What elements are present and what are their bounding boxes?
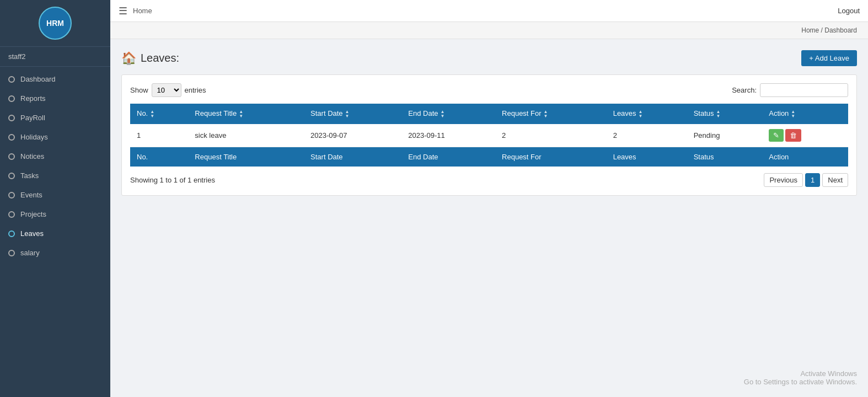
sort-icon-start-date: ▲▼ [345,110,350,119]
table-card: Show 102550100 entries Search: No.▲▼Requ… [121,74,857,196]
topbar: ☰ Home Logout [110,0,868,22]
sidebar-item-projects[interactable]: Projects [0,205,110,224]
sort-icon-action: ▲▼ [791,110,795,119]
hamburger-icon[interactable]: ☰ [119,5,127,17]
col-no.[interactable]: No.▲▼ [130,104,188,124]
breadcrumb-current: Dashboard [824,26,857,34]
cell-request-title: sick leave [188,124,304,147]
sidebar-radio-payroll [8,115,15,121]
sidebar-nav: DashboardReportsPayRollHolidaysNoticesTa… [0,67,110,397]
show-label: Show [130,86,148,94]
cell-action: ✎🗑 [762,124,848,147]
entries-select[interactable]: 102550100 [152,83,181,97]
sidebar-label-holidays: Holidays [20,133,48,141]
pagination-buttons: Previous 1 Next [764,173,848,187]
previous-page-button[interactable]: Previous [764,173,803,187]
sort-icon-end-date: ▲▼ [440,110,444,119]
sidebar-label-notices: Notices [20,152,44,160]
col-request-title[interactable]: Request Title▲▼ [188,104,304,124]
sort-icon-no.: ▲▼ [150,110,154,119]
sidebar-radio-salary [8,250,15,256]
sidebar-radio-holidays [8,134,15,141]
sidebar-item-tasks[interactable]: Tasks [0,166,110,185]
col-start-date[interactable]: Start Date▲▼ [304,104,401,124]
pagination-area: Showing 1 to 1 of 1 entries Previous 1 N… [130,173,848,187]
table-body: 1sick leave2023-09-072023-09-1122Pending… [130,124,848,147]
sidebar-item-salary[interactable]: salary [0,243,110,262]
table-header: No.▲▼Request Title▲▼Start Date▲▼End Date… [130,104,848,124]
sidebar-radio-events [8,192,15,198]
sidebar-item-dashboard[interactable]: Dashboard [0,69,110,89]
sidebar-label-leaves: Leaves [20,229,44,238]
col-leaves[interactable]: Leaves▲▼ [607,104,687,124]
foot-col-leaves: Leaves [607,147,687,167]
sidebar-item-holidays[interactable]: Holidays [0,127,110,147]
breadcrumb: Home / Dashboard [110,22,868,39]
cell-leaves: 2 [607,124,687,147]
sidebar-radio-tasks [8,173,15,179]
table-footer: No.Request TitleStart DateEnd DateReques… [130,147,848,167]
sidebar-radio-leaves [8,230,15,237]
content-area: 🏠 Leaves: + Add Leave Show 102550100 ent… [110,39,868,397]
sort-icon-leaves: ▲▼ [639,110,643,119]
pagination-info: Showing 1 to 1 of 1 entries [130,176,215,184]
foot-col-no.: No. [130,147,188,167]
add-leave-button[interactable]: + Add Leave [801,50,857,66]
topbar-left: ☰ Home [119,5,152,17]
search-label: Search: [732,86,757,94]
sidebar-item-events[interactable]: Events [0,185,110,205]
main-content: ☰ Home Logout Home / Dashboard 🏠 Leaves:… [110,0,868,397]
col-request-for[interactable]: Request For▲▼ [495,104,607,124]
sidebar-username: staff2 [0,47,110,67]
foot-col-request-title: Request Title [188,147,304,167]
table-row: 1sick leave2023-09-072023-09-1122Pending… [130,124,848,147]
foot-col-status: Status [687,147,763,167]
sidebar-label-reports: Reports [20,94,46,103]
cell-start-date: 2023-09-07 [304,124,401,147]
next-page-button[interactable]: Next [822,173,848,187]
sort-icon-request-title: ▲▼ [239,110,243,119]
sidebar-item-reports[interactable]: Reports [0,89,110,108]
search-area: Search: [732,83,848,97]
sort-icon-request-for: ▲▼ [544,110,548,119]
sidebar-label-tasks: Tasks [20,171,39,180]
entries-label: entries [185,86,206,94]
leaves-table: No.▲▼Request Title▲▼Start Date▲▼End Date… [130,104,848,167]
sidebar: HRM staff2 DashboardReportsPayRollHolida… [0,0,110,397]
sidebar-item-notices[interactable]: Notices [0,147,110,166]
col-status[interactable]: Status▲▼ [687,104,763,124]
sidebar-label-dashboard: Dashboard [20,75,56,83]
topbar-home-link[interactable]: Home [133,7,152,15]
page-title: Leaves: [141,52,179,65]
sidebar-label-projects: Projects [20,210,46,218]
sidebar-label-payroll: PayRoll [20,114,45,122]
page-1-button[interactable]: 1 [805,173,820,187]
search-input[interactable] [760,83,848,97]
cell-status: Pending [687,124,763,147]
page-header: 🏠 Leaves: + Add Leave [121,50,857,66]
cell-end-date: 2023-09-11 [401,124,495,147]
leaves-icon: 🏠 [121,51,136,66]
sort-icon-status: ▲▼ [716,110,721,119]
sidebar-label-salary: salary [20,249,40,257]
col-action[interactable]: Action▲▼ [762,104,848,124]
sidebar-radio-projects [8,211,15,218]
cell-no.: 1 [130,124,188,147]
foot-col-end-date: End Date [401,147,495,167]
sidebar-item-payroll[interactable]: PayRoll [0,108,110,127]
logo-icon: HRM [39,7,72,40]
foot-col-request-for: Request For [495,147,607,167]
table-controls: Show 102550100 entries Search: [130,83,848,97]
sidebar-radio-notices [8,153,15,160]
col-end-date[interactable]: End Date▲▼ [401,104,495,124]
delete-row-button[interactable]: 🗑 [785,129,801,142]
logout-button[interactable]: Logout [838,7,860,15]
sidebar-item-leaves[interactable]: Leaves [0,224,110,243]
foot-col-action: Action [762,147,848,167]
cell-request-for: 2 [495,124,607,147]
sidebar-radio-reports [8,95,15,102]
breadcrumb-home[interactable]: Home [801,26,819,34]
show-entries-area: Show 102550100 entries [130,83,206,97]
edit-row-button[interactable]: ✎ [769,129,784,142]
page-title-area: 🏠 Leaves: [121,51,179,66]
